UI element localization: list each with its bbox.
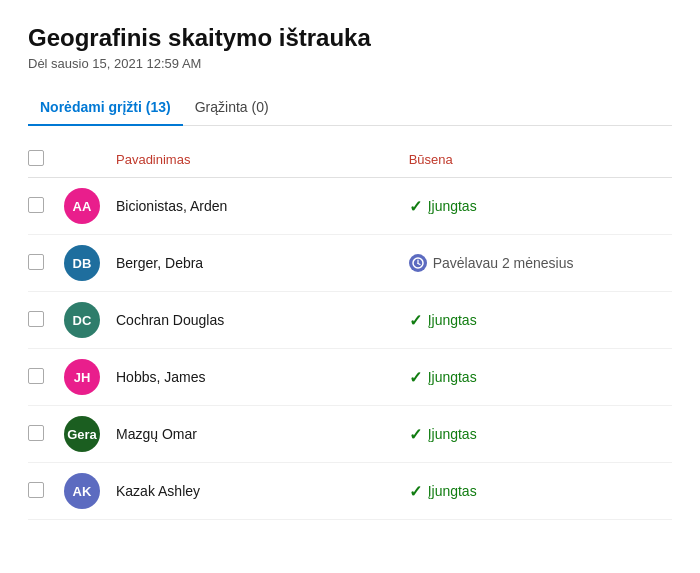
row-checkbox[interactable] — [28, 368, 44, 384]
items-table: Pavadinimas Būsena AABicionistas, Arden✓… — [28, 142, 672, 520]
status-ok: ✓Įjungtas — [409, 482, 664, 501]
status-label: Įjungtas — [428, 312, 477, 328]
avatar: AA — [64, 188, 100, 224]
select-all-checkbox[interactable] — [28, 150, 44, 166]
avatar: DB — [64, 245, 100, 281]
status-label: Pavėlavau 2 mėnesius — [433, 255, 574, 271]
tab-want-return[interactable]: Norėdami grįžti (13) — [28, 91, 183, 125]
clock-icon — [409, 254, 427, 272]
table-row[interactable]: DCCochran Douglas✓Įjungtas — [28, 292, 672, 349]
item-name[interactable]: Kazak Ashley — [116, 483, 200, 499]
item-name[interactable]: Cochran Douglas — [116, 312, 224, 328]
table-row[interactable]: JHHobbs, James✓Įjungtas — [28, 349, 672, 406]
checkmark-icon: ✓ — [409, 368, 422, 387]
table-row[interactable]: DBBerger, DebraPavėlavau 2 mėnesius — [28, 235, 672, 292]
checkmark-icon: ✓ — [409, 197, 422, 216]
status-ok: ✓Įjungtas — [409, 197, 664, 216]
item-name[interactable]: Hobbs, James — [116, 369, 205, 385]
item-name[interactable]: Mazgų Omar — [116, 426, 197, 442]
status-label: Įjungtas — [428, 483, 477, 499]
table-row[interactable]: AABicionistas, Arden✓Įjungtas — [28, 178, 672, 235]
table-row[interactable]: AKKazak Ashley✓Įjungtas — [28, 463, 672, 520]
status-ok: ✓Įjungtas — [409, 425, 664, 444]
item-name[interactable]: Bicionistas, Arden — [116, 198, 227, 214]
header-status: Būsena — [409, 142, 672, 178]
page-title: Geografinis skaitymo ištrauka — [28, 24, 672, 52]
row-checkbox[interactable] — [28, 425, 44, 441]
avatar: AK — [64, 473, 100, 509]
tabs-container: Norėdami grįžti (13) Grąžinta (0) — [28, 91, 672, 126]
tab-returned[interactable]: Grąžinta (0) — [183, 91, 281, 125]
page-subtitle: Dėl sausio 15, 2021 12:59 AM — [28, 56, 672, 71]
status-label: Įjungtas — [428, 426, 477, 442]
header-name: Pavadinimas — [116, 142, 409, 178]
header-check — [28, 142, 64, 178]
item-name[interactable]: Berger, Debra — [116, 255, 203, 271]
table-row[interactable]: GeraMazgų Omar✓Įjungtas — [28, 406, 672, 463]
checkmark-icon: ✓ — [409, 425, 422, 444]
header-avatar — [64, 142, 116, 178]
row-checkbox[interactable] — [28, 311, 44, 327]
row-checkbox[interactable] — [28, 482, 44, 498]
row-checkbox[interactable] — [28, 197, 44, 213]
checkmark-icon: ✓ — [409, 482, 422, 501]
avatar: DC — [64, 302, 100, 338]
avatar: Gera — [64, 416, 100, 452]
status-label: Įjungtas — [428, 369, 477, 385]
status-label: Įjungtas — [428, 198, 477, 214]
row-checkbox[interactable] — [28, 254, 44, 270]
checkmark-icon: ✓ — [409, 311, 422, 330]
status-ok: ✓Įjungtas — [409, 368, 664, 387]
avatar: JH — [64, 359, 100, 395]
svg-line-2 — [418, 264, 420, 265]
status-ok: ✓Įjungtas — [409, 311, 664, 330]
status-late: Pavėlavau 2 mėnesius — [409, 254, 664, 272]
